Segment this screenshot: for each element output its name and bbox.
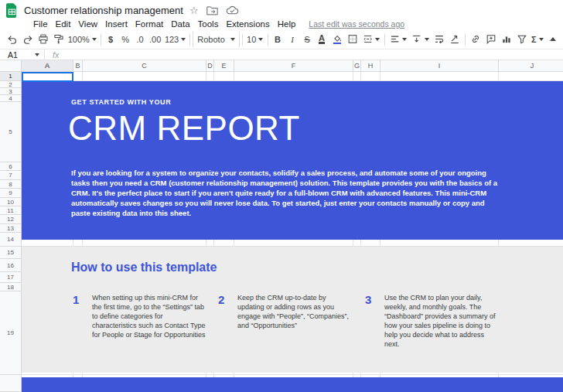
row-header-17[interactable]: 17 [0,272,21,283]
how-to-step-3: 3 Use the CRM to plan your daily, weekly… [365,293,500,349]
crm-banner: GET STARTED WITH YOUR CRM REPORT If you … [22,81,563,240]
sheet-body: 12345678910111213141516171819 GET STARTE… [0,72,563,392]
menu-tools[interactable]: Tools [194,19,223,29]
last-edit-link[interactable]: Last edit was seconds ago [309,19,404,29]
move-folder-icon[interactable] [205,5,220,15]
collapse-toolbar-icon[interactable] [545,31,560,48]
how-to-heading: How to use this template [71,261,217,274]
row-header-partial[interactable] [0,375,21,392]
bold-button[interactable]: B [271,31,285,48]
format-percent-button[interactable]: % [118,31,133,48]
row-header-6[interactable]: 6 [0,162,21,171]
step-text: When setting up this mini-CRM for the fi… [92,293,208,339]
italic-button[interactable]: I [285,31,300,48]
row-header-13[interactable]: 13 [0,224,21,233]
font-family-select[interactable]: Roboto [193,31,239,48]
document-title[interactable]: Customer relationship management [24,5,183,16]
menu-file[interactable]: File [29,19,52,29]
vertical-align-button[interactable] [409,31,431,48]
column-header-J[interactable]: J [499,60,563,72]
insert-link-icon[interactable] [468,31,483,48]
column-header-A[interactable]: A [22,60,73,72]
row-header-3[interactable]: 3 [0,88,21,95]
strikethrough-button[interactable]: S [300,31,315,48]
column-header-D[interactable]: D [206,60,214,72]
row-headers: 12345678910111213141516171819 [0,72,22,392]
formula-bar: A1 fx [0,49,563,60]
row-header-12[interactable]: 12 [0,215,21,224]
star-icon[interactable]: ☆ [188,5,200,16]
step-text: Keep the CRM up-to-date by updating or a… [237,293,353,330]
row-header-5[interactable]: 5 [0,102,21,162]
row-header-10[interactable]: 10 [0,198,21,206]
menu-format[interactable]: Format [131,19,167,29]
column-header-E[interactable]: E [214,60,234,72]
row-header-4[interactable]: 4 [0,95,21,102]
menu-edit[interactable]: Edit [52,19,75,29]
sheet-header-row: ABCDEFGHIJ [0,60,563,72]
row-header-2[interactable]: 2 [0,81,21,88]
sheets-logo-icon[interactable] [6,3,18,18]
column-header-H[interactable]: H [361,60,380,72]
menu-help[interactable]: Help [274,19,300,29]
column-header-I[interactable]: I [380,60,499,72]
column-header-B[interactable]: B [73,60,83,72]
decrease-decimals-button[interactable]: .0 [133,31,148,48]
menu-data[interactable]: Data [167,19,193,29]
cell-selection-a1 [22,72,73,82]
undo-icon[interactable] [5,31,20,48]
row-header-7[interactable]: 7 [0,171,21,180]
select-all-corner[interactable] [0,60,22,72]
insert-chart-icon[interactable] [499,31,514,48]
column-header-F[interactable]: F [234,60,353,72]
banner-description: If you are looking for a system to organ… [71,168,503,218]
column-header-G[interactable]: G [353,60,361,72]
toolbar-divider [189,33,190,46]
font-size-select[interactable]: 10 [245,31,265,48]
text-color-button[interactable]: A [315,31,329,48]
fill-color-button[interactable] [329,31,345,48]
more-formats-button[interactable]: 123 [163,31,188,48]
name-box[interactable]: A1 [0,49,45,60]
format-currency-button[interactable]: $ [104,31,118,48]
paint-format-icon[interactable] [51,31,67,48]
text-rotation-button[interactable] [447,31,462,48]
create-filter-icon[interactable] [514,31,530,48]
google-sheets-app: Customer relationship management ☆ File … [0,0,563,392]
row-header-14[interactable]: 14 [0,233,21,247]
row-header-9[interactable]: 9 [0,189,21,198]
zoom-select[interactable]: 100% [67,31,98,48]
menu-insert[interactable]: Insert [101,19,131,29]
row-header-16[interactable]: 16 [0,259,21,272]
step-number: 3 [365,293,377,349]
row-header-8[interactable]: 8 [0,180,21,189]
toolbar-divider [465,33,466,46]
redo-icon[interactable] [20,31,36,48]
row-header-1[interactable]: 1 [0,72,21,81]
borders-button[interactable] [345,31,360,48]
insert-comment-icon[interactable] [483,31,499,48]
column-header-C[interactable]: C [83,60,206,72]
functions-button[interactable]: Σ [530,31,546,48]
gridline [22,374,563,375]
step-number: 2 [218,293,230,330]
text-wrap-button[interactable] [432,31,447,48]
step-text: Use the CRM to plan your daily, weekly, … [384,293,500,349]
menu-view[interactable]: View [74,19,101,29]
how-to-step-1: 1 When setting up this mini-CRM for the … [73,293,208,339]
menu-extensions[interactable]: Extensions [222,19,273,29]
cloud-status-icon[interactable] [224,5,241,15]
row-header-11[interactable]: 11 [0,206,21,215]
print-icon[interactable] [36,31,51,48]
row-header-19[interactable]: 19 [0,291,21,375]
increase-decimals-button[interactable]: .00 [148,31,163,48]
horizontal-align-button[interactable] [387,31,409,48]
sheet-canvas[interactable]: GET STARTED WITH YOUR CRM REPORT If you … [22,72,563,392]
toolbar-divider [101,33,101,46]
banner-title: CRM REPORT [68,109,300,148]
fx-icon: fx [53,50,59,60]
row-header-15[interactable]: 15 [0,247,21,259]
row-header-18[interactable]: 18 [0,283,21,291]
banner-kicker: GET STARTED WITH YOUR [71,98,171,106]
merge-cells-button[interactable] [360,31,382,48]
